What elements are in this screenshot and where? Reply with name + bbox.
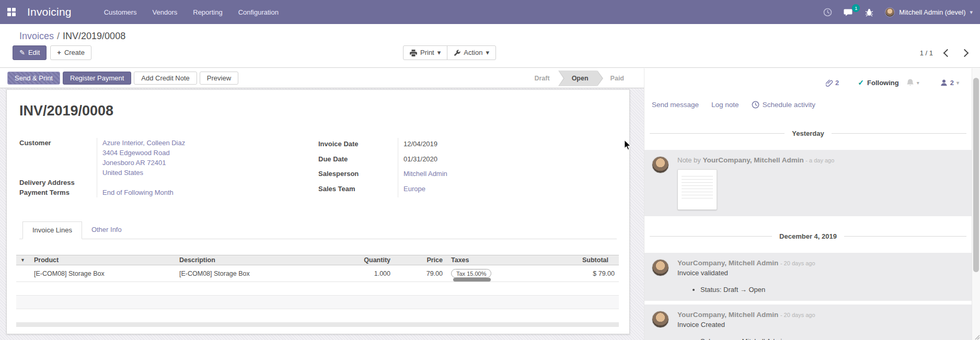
message-timestamp: - 20 days ago (780, 312, 815, 318)
add-credit-note-button[interactable]: Add Credit Note (134, 72, 197, 85)
pager-value: 1 / 1 (920, 49, 933, 57)
message-body: Invoice Created (677, 321, 964, 329)
tax-tag: Tax 15.00% (451, 269, 491, 278)
message-body: Invoice validated (677, 269, 964, 277)
check-icon: ✓ (858, 78, 864, 87)
schedule-activity-button[interactable]: Schedule activity (752, 101, 815, 109)
note-author: YourCompany, Mitchell Admin (702, 156, 803, 164)
subscription-bell-button[interactable]: ▾ (906, 78, 919, 87)
print-button[interactable]: Print ▾ (403, 45, 447, 60)
message-author: YourCompany, Mitchell Admin (677, 259, 778, 267)
printer-icon (410, 50, 417, 56)
send-message-button[interactable]: Send message (652, 101, 699, 109)
vertical-scrollbar-track[interactable] (972, 68, 980, 340)
status-pipeline: Draft Open Paid (525, 71, 632, 86)
horizontal-scrollbar-track[interactable] (16, 323, 619, 327)
due-date-value[interactable]: 01/31/2020 (398, 153, 611, 168)
customer-label: Customer (19, 138, 97, 178)
apps-menu-icon[interactable] (7, 8, 16, 16)
menu-reporting[interactable]: Reporting (193, 8, 222, 16)
following-button[interactable]: ✓ Following (858, 78, 898, 87)
bell-caret-icon: ▾ (917, 80, 919, 86)
breadcrumb-invoices-link[interactable]: Invoices (19, 31, 54, 41)
tracking-value: Status: Draft → Open (700, 286, 964, 294)
main-menu: Customers Vendors Reporting Configuratio… (104, 8, 279, 16)
delivery-address-label: Delivery Address (19, 178, 97, 187)
menu-configuration[interactable]: Configuration (238, 8, 279, 16)
breadcrumb-current: INV/2019/0008 (63, 31, 125, 41)
cell-subtotal[interactable]: $ 79.00 (566, 265, 619, 282)
table-sort-caret-icon[interactable]: ▼ (16, 255, 30, 265)
col-header-product[interactable]: Product (30, 255, 175, 265)
cell-quantity[interactable]: 1.000 (324, 265, 395, 282)
cell-description[interactable]: [E-COM08] Storage Box (175, 265, 324, 282)
attachments-count: 2 (835, 79, 839, 87)
cell-price[interactable]: 79.00 (395, 265, 447, 282)
sales-team-value[interactable]: Europe (403, 185, 425, 193)
chatter-panel: 2 ✓ Following ▾ 2 ▾ Send message L (644, 68, 980, 340)
activities-clock-icon[interactable] (823, 8, 832, 17)
date-divider: December 4, 2019 (650, 232, 966, 240)
payment-terms-label: Payment Terms (19, 187, 97, 197)
edit-button[interactable]: ✎ Edit (13, 45, 47, 60)
pager-next-icon[interactable] (961, 49, 969, 57)
note-timestamp: - a day ago (805, 157, 834, 163)
tab-other-info[interactable]: Other Info (82, 221, 131, 239)
invoice-line-row[interactable]: [E-COM08] Storage Box [E-COM08] Storage … (16, 265, 619, 282)
attachment-thumbnail[interactable] (677, 169, 717, 210)
vertical-scrollbar-thumb[interactable] (973, 78, 979, 272)
invoice-sheet: INV/2019/0008 Customer Azure Interior, C… (6, 89, 630, 334)
navbar-right: 1 Mitchell Admin (devel) ▾ (823, 7, 973, 17)
delivery-address-value[interactable] (97, 178, 310, 187)
avatar (652, 156, 669, 173)
user-avatar (885, 7, 895, 17)
payment-terms-value[interactable]: End of Following Month (102, 189, 174, 196)
user-caret-icon: ▾ (970, 9, 973, 16)
followers-button[interactable]: 2 ▾ (940, 79, 959, 87)
action-button[interactable]: Action ▾ (447, 45, 496, 60)
messages-icon[interactable]: 1 (844, 8, 854, 17)
followers-icon (940, 79, 948, 86)
menu-customers[interactable]: Customers (104, 8, 137, 16)
user-menu[interactable]: Mitchell Admin (devel) ▾ (885, 7, 973, 17)
customer-group: Customer Azure Interior, Colleen Diaz 34… (19, 138, 310, 197)
form-sheet-background: INV/2019/0008 Customer Azure Interior, C… (0, 88, 644, 340)
horizontal-scrollbar-thumb[interactable] (453, 278, 491, 282)
attachments-button[interactable]: 2 (826, 79, 839, 87)
pager-previous-icon[interactable] (943, 49, 952, 57)
register-payment-button[interactable]: Register Payment (63, 72, 131, 85)
debug-bug-icon[interactable] (865, 8, 873, 17)
col-header-description[interactable]: Description (175, 255, 324, 265)
col-header-quantity[interactable]: Quantity (324, 255, 395, 265)
odoo-invoicing-app: Invoicing Customers Vendors Reporting Co… (0, 0, 980, 340)
status-draft[interactable]: Draft (525, 71, 558, 86)
chatter-note: Note by YourCompany, Mitchell Admin - a … (644, 150, 972, 216)
message-timestamp: - 20 days ago (780, 260, 815, 266)
breadcrumb-separator: / (54, 31, 63, 41)
date-divider: Yesterday (650, 130, 966, 137)
preview-button[interactable]: Preview (200, 72, 238, 85)
salesperson-value[interactable]: Mitchell Admin (403, 170, 447, 178)
empty-row (16, 309, 619, 323)
menu-vendors[interactable]: Vendors (153, 8, 178, 16)
log-note-button[interactable]: Log note (711, 101, 739, 109)
pager: 1 / 1 (920, 45, 967, 60)
invoice-lines-table: ▼ Product Description Quantity Price Tax… (16, 255, 619, 323)
due-date-label: Due Date (318, 153, 398, 168)
send-print-button[interactable]: Send & Print (7, 72, 60, 85)
app-title[interactable]: Invoicing (27, 6, 72, 18)
col-header-subtotal[interactable]: Subtotal (566, 255, 619, 265)
customer-address[interactable]: Azure Interior, Colleen Diaz 3404 Edgewo… (97, 138, 310, 178)
col-header-price[interactable]: Price (395, 255, 447, 265)
invoice-date-value[interactable]: 12/04/2019 (398, 138, 611, 153)
statusbar: Send & Print Register Payment Add Credit… (0, 68, 644, 88)
cell-taxes[interactable]: Tax 15.00% (447, 265, 566, 282)
followers-count: 2 (950, 79, 954, 87)
create-button[interactable]: + Create (50, 45, 91, 60)
tab-invoice-lines[interactable]: Invoice Lines (22, 221, 82, 239)
col-header-taxes[interactable]: Taxes (447, 255, 566, 265)
cell-product[interactable]: [E-COM08] Storage Box (30, 265, 175, 282)
control-panel: Invoices/INV/2019/0008 ✎ Edit + Create P… (0, 24, 980, 68)
empty-row (16, 282, 619, 296)
resize-handle-icon[interactable] (973, 333, 980, 340)
